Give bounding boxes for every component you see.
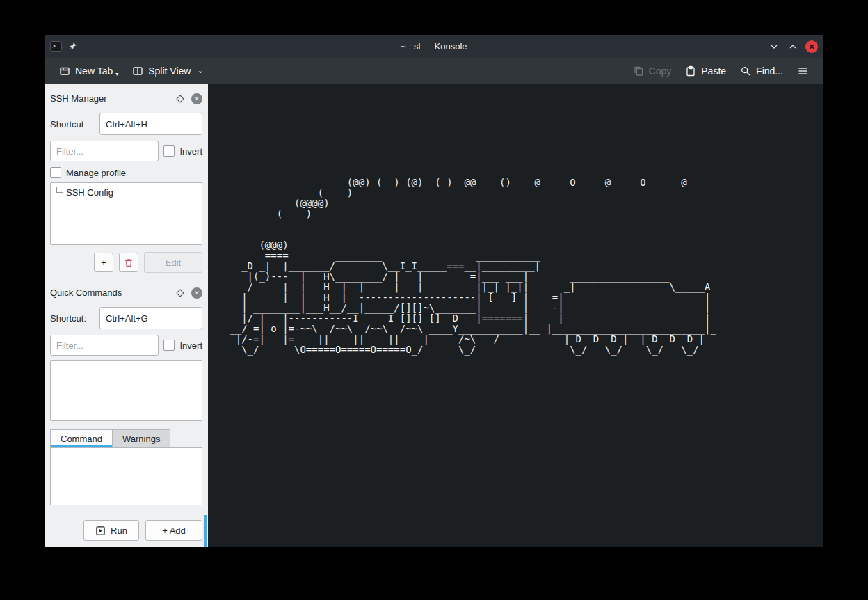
qc-run-label: Run <box>111 526 127 536</box>
ssh-manager-title: SSH Manager <box>50 93 177 104</box>
manage-profile-label: Manage profile <box>66 168 126 178</box>
split-view-button[interactable]: Split View ⌄ <box>126 61 209 81</box>
qc-shortcut-input[interactable] <box>99 307 202 329</box>
paste-icon <box>685 65 696 77</box>
konsole-app-icon: >_ <box>50 41 62 52</box>
copy-icon <box>633 65 644 77</box>
close-button[interactable]: ✕ <box>805 40 818 53</box>
pin-icon[interactable] <box>67 42 77 52</box>
paste-button[interactable]: Paste <box>679 61 732 81</box>
qc-command-editor[interactable] <box>50 447 202 505</box>
ssh-delete-button[interactable] <box>119 253 138 272</box>
ssh-add-button[interactable]: + <box>94 253 113 272</box>
qc-run-button[interactable]: Run <box>83 520 139 541</box>
new-tab-icon <box>59 65 70 77</box>
titlebar[interactable]: >_ ~ : sl — Konsole ✕ <box>45 35 823 58</box>
quick-commands-title: Quick Commands <box>50 287 177 298</box>
window-title: ~ : sl — Konsole <box>45 41 823 52</box>
close-panel-icon[interactable]: ✕ <box>191 287 202 299</box>
paste-label: Paste <box>701 65 726 77</box>
qc-invert-checkbox[interactable] <box>163 340 175 351</box>
close-panel-icon[interactable]: ✕ <box>191 93 202 104</box>
find-label: Find... <box>756 65 783 77</box>
new-tab-button[interactable]: New Tab ▾ <box>53 61 124 81</box>
sidebar-scrollbar[interactable] <box>204 515 207 547</box>
qc-shortcut-label: Shortcut: <box>50 313 86 324</box>
float-panel-icon[interactable] <box>176 95 184 102</box>
minimize-button[interactable] <box>768 40 780 53</box>
tree-branch-icon <box>56 187 63 193</box>
tab-command[interactable]: Command <box>50 429 113 447</box>
maximize-button[interactable] <box>787 40 799 53</box>
main-toolbar: New Tab ▾ Split View ⌄ Copy Paste <box>45 58 823 84</box>
ssh-manager-header: SSH Manager ✕ <box>50 90 202 107</box>
qc-filter-input[interactable] <box>50 335 159 356</box>
ssh-config-tree[interactable]: SSH Config <box>50 182 202 245</box>
search-icon <box>740 65 751 77</box>
sidebar: SSH Manager ✕ Shortcut Invert Manage pro… <box>45 84 208 547</box>
new-tab-dropdown-icon[interactable]: ▾ <box>115 71 118 77</box>
copy-button[interactable]: Copy <box>627 61 678 81</box>
quick-commands-header: Quick Commands ✕ <box>50 284 202 301</box>
trash-icon <box>124 258 134 268</box>
tree-item-ssh-config[interactable]: SSH Config <box>51 183 202 198</box>
run-icon <box>95 526 106 536</box>
copy-label: Copy <box>649 65 672 77</box>
split-view-label: Split View <box>148 65 191 77</box>
terminal-view[interactable]: (@@) ( ) (@) ( ) @@ () @ O @ O @ ( ) (@@… <box>208 84 823 547</box>
menu-button[interactable] <box>791 61 815 81</box>
konsole-window: >_ ~ : sl — Konsole ✕ New Tab ▾ <box>45 35 823 547</box>
float-panel-icon[interactable] <box>176 289 184 297</box>
tab-warnings[interactable]: Warnings <box>113 429 170 447</box>
ssh-shortcut-input[interactable] <box>99 113 202 135</box>
qc-command-list[interactable] <box>50 360 202 421</box>
qc-add-button[interactable]: + Add <box>145 520 202 541</box>
split-view-icon <box>132 65 143 77</box>
split-view-dropdown-icon[interactable]: ⌄ <box>197 66 203 75</box>
ssh-shortcut-label: Shortcut <box>50 119 83 129</box>
terminal-output-sl-train: (@@) ( ) (@) ( ) @@ () @ O @ O @ ( ) (@@… <box>212 177 716 355</box>
ssh-edit-button[interactable]: Edit <box>144 252 202 273</box>
tree-item-label: SSH Config <box>66 187 113 198</box>
qc-invert-label: Invert <box>179 340 202 351</box>
ssh-invert-checkbox[interactable] <box>163 145 175 157</box>
manage-profile-checkbox[interactable] <box>50 167 61 178</box>
hamburger-menu-icon <box>797 65 809 77</box>
ssh-filter-input[interactable] <box>50 141 159 161</box>
new-tab-label: New Tab <box>75 65 113 77</box>
find-button[interactable]: Find... <box>734 61 789 81</box>
ssh-invert-label: Invert <box>179 146 202 157</box>
qc-tab-bar: Command Warnings <box>50 429 202 447</box>
